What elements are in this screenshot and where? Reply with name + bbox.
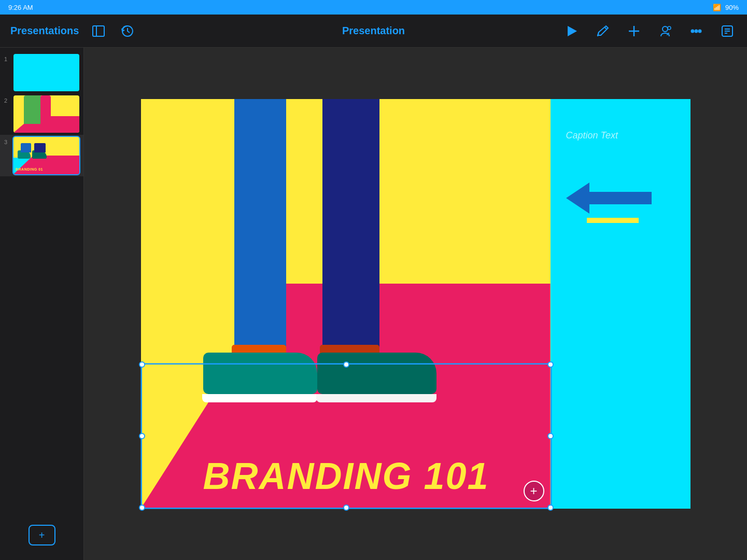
history-button[interactable] xyxy=(118,22,137,40)
slide-thumb-1 xyxy=(13,54,79,91)
slide-panel: 1 2 3 xyxy=(0,48,84,560)
text-box-inner: BRANDING 101 xyxy=(142,365,551,508)
toolbar-title: Presentation xyxy=(342,25,405,37)
export-icon xyxy=(720,24,735,38)
status-right: 📶 90% xyxy=(713,4,739,11)
arrow-body xyxy=(589,192,652,204)
status-time: 9:26 AM xyxy=(8,4,33,11)
annotate-icon xyxy=(596,24,610,38)
arrow-head xyxy=(566,183,589,214)
thumb3-branding-text: BRANDING 01 xyxy=(16,167,43,171)
main-layout: 1 2 3 xyxy=(0,48,747,560)
slide-number-3: 3 xyxy=(4,137,10,145)
sidebar-toggle-button[interactable] xyxy=(89,22,108,40)
svg-point-10 xyxy=(695,30,698,32)
arrow-line xyxy=(587,218,639,223)
svg-point-9 xyxy=(692,30,694,32)
handle-top-right[interactable] xyxy=(547,361,554,368)
svg-marker-3 xyxy=(568,26,577,36)
caption-text: Caption Text xyxy=(566,130,618,141)
handle-bottom-right[interactable] xyxy=(547,505,554,511)
slide-canvas: Caption Text xyxy=(141,99,690,509)
add-element-button[interactable] xyxy=(625,22,643,40)
slide-thumb-2 xyxy=(13,95,79,133)
wifi-icon: 📶 xyxy=(713,4,721,11)
slide-item-3[interactable]: 3 BRANDING 01 xyxy=(0,135,83,176)
svg-rect-0 xyxy=(93,26,104,36)
slide-number-2: 2 xyxy=(4,95,10,104)
slide-number-1: 1 xyxy=(4,54,10,62)
more-button[interactable] xyxy=(687,22,706,40)
slide-thumb-3: BRANDING 01 xyxy=(13,137,79,174)
export-button[interactable] xyxy=(718,22,737,40)
more-icon xyxy=(689,24,703,38)
svg-line-4 xyxy=(604,27,607,30)
add-slide-button[interactable]: + xyxy=(29,525,55,545)
text-box-selection[interactable]: BRANDING 101 + xyxy=(141,363,552,509)
jeans-left xyxy=(234,99,286,366)
jeans-right xyxy=(322,99,379,366)
handle-top-left[interactable] xyxy=(139,361,145,368)
text-box-plus-button[interactable]: + xyxy=(524,481,544,501)
collaborate-icon xyxy=(658,24,672,38)
slide-cyan-panel: Caption Text xyxy=(551,99,690,509)
svg-point-8 xyxy=(668,26,671,30)
play-icon xyxy=(565,24,579,38)
branding-title: BRANDING 101 xyxy=(142,455,551,497)
status-bar: 9:26 AM 📶 90% xyxy=(0,0,747,15)
history-icon xyxy=(120,24,135,38)
slide-item-1[interactable]: 1 xyxy=(0,52,83,93)
back-button[interactable]: Presentations xyxy=(10,25,79,37)
annotate-button[interactable] xyxy=(594,22,612,40)
toolbar-left: Presentations xyxy=(10,22,137,40)
play-button[interactable] xyxy=(562,22,581,40)
handle-bottom-center[interactable] xyxy=(343,505,349,511)
slide-item-2[interactable]: 2 xyxy=(0,93,83,135)
battery-text: 90% xyxy=(725,4,739,11)
handle-top-center[interactable] xyxy=(343,361,349,368)
toolbar: Presentations Presentation xyxy=(0,15,747,48)
add-icon xyxy=(627,24,641,38)
handle-bottom-left[interactable] xyxy=(139,505,145,511)
toolbar-right xyxy=(562,22,737,40)
sidebar-icon xyxy=(91,24,106,38)
handle-middle-left[interactable] xyxy=(139,433,145,439)
collaborate-button[interactable] xyxy=(656,22,674,40)
svg-point-11 xyxy=(699,30,701,32)
arrow-decoration xyxy=(566,183,652,214)
svg-point-7 xyxy=(663,26,668,32)
canvas-area: Caption Text xyxy=(84,48,747,560)
handle-middle-right[interactable] xyxy=(547,433,554,439)
